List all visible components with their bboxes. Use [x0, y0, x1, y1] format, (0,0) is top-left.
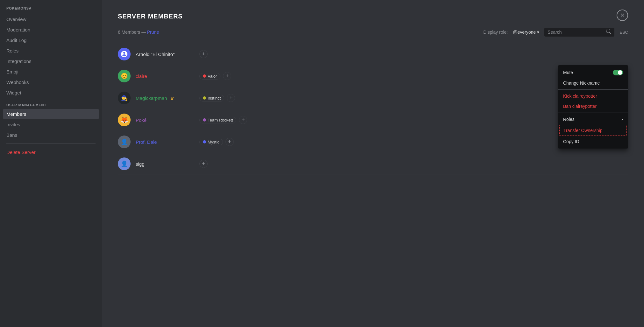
ctx-ban[interactable]: Ban claireypotter: [558, 101, 628, 111]
avatar: 🧙: [118, 92, 131, 104]
search-box[interactable]: [544, 28, 614, 37]
main-content: ✕ SERVER MEMBERS 6 Members — Prune Displ…: [102, 0, 644, 327]
sidebar-item-label: Bans: [6, 132, 17, 138]
role-tag-label: Valor: [208, 74, 217, 79]
sidebar-item-integrations[interactable]: Integrations: [3, 56, 99, 66]
ctx-transfer-ownership[interactable]: Transfer Ownership: [559, 125, 627, 136]
search-icon: [606, 29, 611, 35]
table-row: 👤 sigg +: [118, 153, 628, 175]
role-tags: +: [199, 50, 208, 58]
add-role-button[interactable]: +: [239, 116, 247, 124]
avatar: 👤: [118, 157, 131, 170]
sidebar-item-audit-log[interactable]: Audit Log: [3, 35, 99, 45]
sidebar-item-invites[interactable]: Invites: [3, 119, 99, 130]
esc-button[interactable]: ESC: [619, 30, 628, 35]
ctx-divider: [558, 113, 628, 113]
sidebar-item-label: Audit Log: [6, 38, 26, 43]
delete-server-button[interactable]: Delete Server: [3, 147, 99, 157]
ctx-change-nickname[interactable]: Change Nickname: [558, 78, 628, 88]
sidebar-item-label: Overview: [6, 17, 26, 22]
ctx-roles[interactable]: Roles ›: [558, 114, 628, 124]
sidebar-item-label: Members: [6, 111, 26, 117]
member-name: Prof. Dale: [136, 139, 187, 145]
display-role-label: Display role:: [483, 30, 508, 35]
sidebar-item-members[interactable]: Members: [3, 109, 99, 119]
role-color-dot: [203, 140, 206, 143]
sidebar-item-widget[interactable]: Widget: [3, 87, 99, 98]
sidebar-item-moderation[interactable]: Moderation: [3, 24, 99, 35]
search-input[interactable]: [547, 30, 604, 35]
toolbar-row: 6 Members — Prune Display role: @everyon…: [118, 28, 628, 37]
role-tags: Team Rockett +: [199, 116, 247, 124]
sidebar-item-label: Emoji: [6, 69, 18, 74]
role-tag: Team Rockett: [199, 117, 236, 123]
member-name: Poké: [136, 117, 187, 123]
ctx-mute[interactable]: Mute: [558, 67, 628, 78]
server-name: POKEMONSA: [3, 6, 99, 14]
add-role-button[interactable]: +: [227, 94, 235, 102]
add-role-button[interactable]: +: [199, 160, 208, 168]
sidebar-item-bans[interactable]: Bans: [3, 130, 99, 140]
toggle-icon: [613, 70, 623, 75]
chevron-right-icon: ›: [621, 117, 623, 122]
ctx-mute-label: Mute: [563, 70, 573, 75]
member-name: sigg: [136, 161, 187, 167]
sidebar-item-label: Webhooks: [6, 80, 29, 85]
member-name: claire: [136, 73, 187, 79]
ctx-transfer-ownership-label: Transfer Ownership: [563, 128, 602, 133]
role-tags: Mystic +: [199, 138, 234, 146]
table-row: 😊 claire Valor + ⋮ Mute: [118, 65, 628, 87]
sidebar-item-label: Roles: [6, 48, 18, 53]
role-tag: Instinct: [199, 95, 224, 101]
role-tag-label: Team Rockett: [208, 118, 233, 122]
display-role-value: @everyone: [513, 30, 536, 35]
table-row: 🦊 Poké Team Rockett +: [118, 109, 628, 131]
sidebar-item-webhooks[interactable]: Webhooks: [3, 77, 99, 87]
avatar: 👤: [118, 136, 131, 148]
sidebar-item-label: Moderation: [6, 27, 30, 32]
table-row: 🧙 Magickarpman ♛ Instinct +: [118, 87, 628, 109]
sidebar-item-emoji[interactable]: Emoji: [3, 66, 99, 77]
user-management-title: USER MANAGEMENT: [3, 98, 99, 109]
add-role-button[interactable]: +: [225, 138, 234, 146]
role-color-dot: [203, 96, 206, 100]
sidebar-item-label: Integrations: [6, 59, 31, 64]
sidebar-item-label: Invites: [6, 122, 20, 127]
role-tags: Instinct +: [199, 94, 235, 102]
ctx-change-nickname-label: Change Nickname: [563, 80, 600, 86]
avatar: 😊: [118, 70, 131, 82]
sidebar-item-label: Widget: [6, 90, 21, 95]
avatar: [118, 48, 131, 60]
display-role-dropdown[interactable]: @everyone ▾: [513, 30, 539, 35]
sidebar-divider: [6, 143, 96, 144]
ctx-copy-id-label: Copy ID: [563, 139, 579, 144]
add-role-button[interactable]: +: [223, 72, 231, 80]
role-tag: Valor: [199, 73, 220, 80]
close-button[interactable]: ✕: [617, 10, 628, 21]
member-name: Magickarpman ♛: [136, 95, 187, 101]
role-tag-label: Mystic: [208, 140, 219, 144]
table-row: Arnold "El Chinito" +: [118, 43, 628, 65]
ctx-copy-id[interactable]: Copy ID: [558, 136, 628, 147]
page-title: SERVER MEMBERS: [118, 13, 628, 20]
ctx-roles-label: Roles: [563, 117, 575, 122]
avatar: 🦊: [118, 114, 131, 126]
sidebar-item-overview[interactable]: Overview: [3, 14, 99, 24]
chevron-down-icon: ▾: [537, 30, 539, 35]
ctx-ban-label: Ban claireypotter: [563, 104, 597, 109]
role-tags: +: [199, 160, 208, 168]
ctx-kick-label: Kick claireypotter: [563, 94, 597, 99]
role-tag: Mystic: [199, 139, 223, 145]
table-row: 👤 Prof. Dale Mystic +: [118, 131, 628, 153]
crown-icon: ♛: [170, 96, 174, 101]
prune-link[interactable]: Prune: [147, 30, 159, 35]
add-role-button[interactable]: +: [199, 50, 208, 58]
sidebar-item-roles[interactable]: Roles: [3, 45, 99, 56]
ctx-divider: [558, 89, 628, 90]
ctx-kick[interactable]: Kick claireypotter: [558, 91, 628, 101]
members-count: 6 Members — Prune: [118, 30, 159, 35]
sidebar: POKEMONSA Overview Moderation Audit Log …: [0, 0, 102, 327]
role-tag-label: Instinct: [208, 96, 221, 101]
role-tags: Valor +: [199, 72, 231, 80]
member-name: Arnold "El Chinito": [136, 52, 187, 57]
